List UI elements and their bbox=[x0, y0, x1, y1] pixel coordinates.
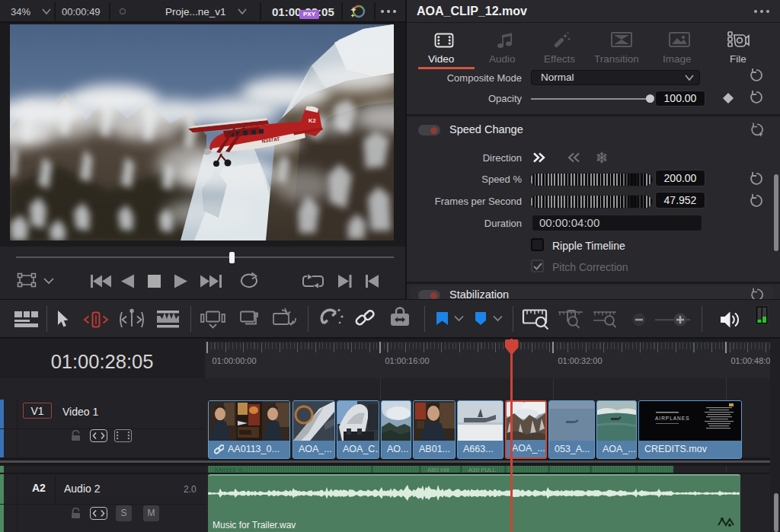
svg-text:AIRPLANES: AIRPLANES bbox=[655, 416, 690, 421]
svg-text:K2: K2 bbox=[308, 117, 316, 124]
